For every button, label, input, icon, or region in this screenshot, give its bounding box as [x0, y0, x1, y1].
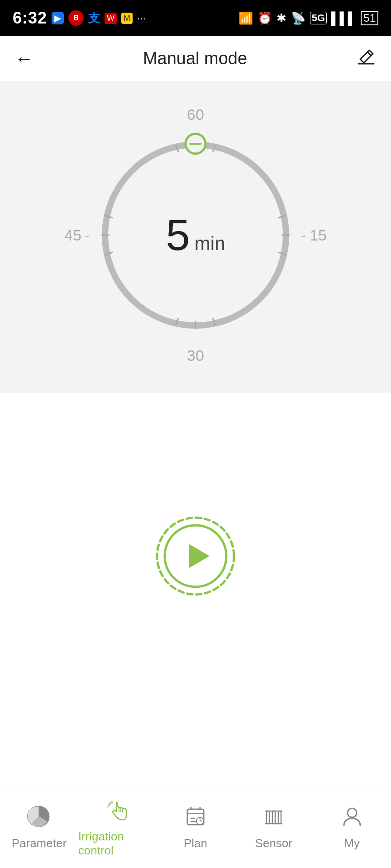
my-icon	[340, 805, 364, 832]
sensor-label: Sensor	[255, 836, 292, 850]
nav-item-parameter[interactable]: Parameter	[0, 787, 78, 868]
dial-label-60: 60	[187, 106, 204, 123]
header: ← Manual mode	[0, 36, 391, 81]
dial-value: 5	[166, 210, 190, 260]
dial-container[interactable]: 60 30 45 - - 15	[60, 99, 331, 371]
status-time: 6:32	[13, 9, 47, 28]
middle-section	[0, 393, 391, 710]
status-icon-wps: W	[105, 13, 117, 24]
svg-rect-34	[272, 811, 275, 824]
nfc-icon: 📶	[238, 11, 253, 25]
bottom-nav: Parameter Irrigation control	[0, 787, 391, 868]
parameter-icon	[27, 805, 51, 832]
signal-bars: ▌▌▌	[331, 11, 356, 25]
status-more: ···	[137, 12, 146, 24]
svg-marker-19	[189, 544, 210, 568]
5g-badge: 5G	[310, 12, 327, 24]
battery-icon: 51	[361, 11, 378, 25]
play-button-svg	[153, 513, 238, 599]
play-button[interactable]	[153, 513, 238, 599]
wifi-icon: 📡	[291, 11, 305, 25]
svg-line-1	[367, 52, 371, 56]
plan-icon	[184, 805, 207, 832]
dial-center: 5 min	[166, 210, 225, 260]
sensor-icon	[262, 805, 286, 832]
dial-unit: min	[195, 233, 225, 255]
nav-spacer	[0, 710, 391, 791]
dial-label-30: 30	[187, 347, 204, 364]
plan-label: Plan	[184, 836, 207, 850]
my-label: My	[344, 836, 360, 850]
page-title: Manual mode	[143, 49, 247, 68]
status-icon-meituan: M	[121, 13, 133, 24]
status-icon-arrow: ▶	[52, 12, 64, 24]
edit-button[interactable]	[357, 47, 377, 71]
status-icon-alipay: 支	[88, 10, 100, 26]
nav-item-sensor[interactable]: Sensor	[234, 787, 313, 868]
svg-point-38	[348, 808, 357, 817]
dial-label-45: 45 -	[64, 226, 89, 244]
back-button[interactable]: ←	[14, 49, 33, 68]
play-button-wrap	[153, 513, 238, 599]
nav-item-irrigation-control[interactable]: Irrigation control	[78, 787, 157, 868]
alarm-icon: ⏰	[257, 11, 272, 25]
dial-area: 60 30 45 - - 15	[0, 81, 391, 393]
status-bar: 6:32 ▶ B 支 W M ··· 📶 ⏰ ✱ 📡 5G ▌▌▌ 51	[0, 0, 391, 36]
dial-label-15: - 15	[302, 226, 327, 244]
status-right-icons: 📶 ⏰ ✱ 📡 5G ▌▌▌ 51	[238, 11, 378, 25]
nav-item-plan[interactable]: Plan	[157, 787, 235, 868]
parameter-label: Parameter	[12, 836, 67, 850]
svg-rect-35	[278, 811, 281, 824]
irrigation-control-label: Irrigation control	[78, 830, 157, 858]
nav-item-my[interactable]: My	[313, 787, 391, 868]
bluetooth-icon: ✱	[277, 11, 286, 25]
svg-rect-33	[267, 811, 269, 824]
status-icon-bigbang: B	[68, 10, 84, 26]
irrigation-control-icon	[105, 798, 129, 825]
